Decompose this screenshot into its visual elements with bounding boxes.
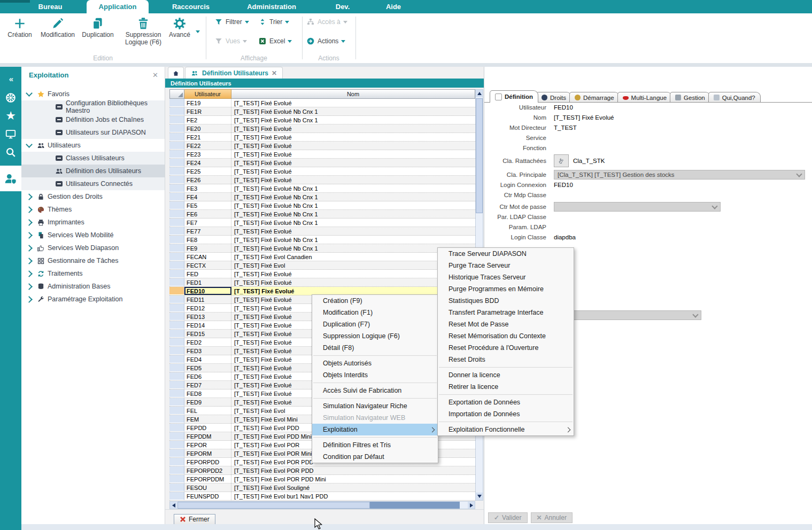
detail-tab-démarrage[interactable]: Démarrage [569,92,620,103]
row-selector-cell[interactable] [169,372,184,380]
toolbar-button-modification[interactable]: Modification [37,17,78,39]
tree-item-services-web-mobilité[interactable]: Services Web Mobilité [21,229,165,241]
class-picker-button[interactable] [554,154,569,167]
row-selector-cell[interactable] [169,116,184,124]
row-selector-cell[interactable] [169,150,184,158]
field-dropdown[interactable] [554,202,721,212]
menu-item-historique-traces-serveur[interactable]: Historique Traces Serveur [438,271,574,283]
table-row[interactable]: FE2[T_TEST] Fixé Evolué Nb Cnx 1 [169,116,475,124]
menu-item-reset-mémorisation-du-contexte[interactable]: Reset Mémorisation du Contexte [438,330,574,342]
menu-item-simulation-navigateur-riche[interactable]: Simulation Navigateur Riche [312,400,438,412]
vertical-scroll-thumb[interactable] [476,98,483,213]
row-selector-cell[interactable] [169,492,184,500]
row-selector-cell[interactable] [169,449,184,457]
menu-item-donner-la-licence[interactable]: Donner la licence [438,369,574,381]
tree-item-utilisateurs-connectés[interactable]: Utilisateurs Connectés [21,177,165,190]
dropdown-caret-icon[interactable] [245,21,249,24]
field-value[interactable]: T_TEST [554,124,577,131]
table-row[interactable]: FE7[T_TEST] Fixé Evolué Nb Cnx 1 [169,219,475,227]
tab-close-icon[interactable]: ✕ [272,69,277,77]
row-selector-cell[interactable] [169,355,184,363]
menu-item-purge-trace-serveur[interactable]: Purge Trace Serveur [438,260,574,271]
row-selector-cell[interactable] [169,407,184,415]
field-value[interactable]: [T_TEST] Fixé Evolué [554,114,614,121]
chevron-right-icon[interactable] [26,206,33,213]
menu-item-détail--f8-[interactable]: Détail (F8) [312,342,438,354]
field-value[interactable]: FED10 [554,182,573,188]
detail-tab-multi-langue[interactable]: Multi-Langue [617,92,672,103]
row-selector-cell[interactable] [169,330,184,338]
menu-item-dev[interactable]: Dev. [329,0,356,13]
menu-item-application[interactable]: Application [87,0,149,13]
row-selector-cell[interactable] [169,236,184,244]
menu-item-statistiques-bdd[interactable]: Statistiques BDD [438,295,574,307]
detail-tab-qui-quand-[interactable]: Qui,Quand? [708,92,761,103]
close-button[interactable]: Fermer [174,514,215,525]
table-row[interactable]: FE25[T_TEST] Fixé Evolué [169,167,475,176]
menu-item-transfert-parametrage-interface[interactable]: Transfert Parametrage Interface [438,307,574,318]
scroll-up-button[interactable] [476,90,483,97]
table-row[interactable]: FE3[T_TEST] Fixé Evolué Nb Cnx 1 [169,184,475,193]
row-selector-cell[interactable] [169,124,184,132]
toolbar-button-filtrer[interactable]: Filtrer [214,18,249,26]
row-selector-cell[interactable] [169,398,184,406]
row-selector-cell[interactable] [169,210,184,218]
toolbar-button-vues[interactable]: Vues [214,37,247,45]
tree-item-utilisateurs-sur-diapason[interactable]: Utilisateurs sur DIAPASON [21,126,165,139]
select-all-corner[interactable] [169,89,184,99]
table-row[interactable]: FE8[T_TEST] Fixé Evolué Nb Cnx 1 [169,236,475,244]
field-dropdown[interactable] [554,310,701,320]
cancel-button[interactable]: ✕ Annuler [531,512,573,523]
table-row[interactable]: FE24[T_TEST] Fixé Evolué [169,159,475,167]
row-selector-cell[interactable] [169,278,184,286]
chevron-down-icon[interactable] [26,141,33,148]
rail-modules-icon[interactable] [0,90,21,105]
row-selector-cell[interactable] [169,159,184,167]
row-selector-cell[interactable] [169,347,184,355]
field-value[interactable]: FED10 [554,104,573,111]
tree-item-paramétrage-exploitation[interactable]: Paramétrage Exploitation [21,293,165,306]
row-selector-cell[interactable] [169,338,184,346]
row-selector-cell[interactable] [169,270,184,278]
tree-item-favoris[interactable]: Favoris [21,88,165,100]
rail-user-shield-icon[interactable] [0,166,21,191]
row-selector-cell[interactable] [169,466,184,474]
row-selector-cell[interactable] [169,295,184,303]
row-selector-cell[interactable] [169,227,184,235]
dropdown-caret-icon[interactable] [343,21,347,24]
row-selector-cell[interactable] [169,321,184,329]
menu-item-simulation-navigateur-web[interactable]: Simulation Navigateur WEB [312,412,438,424]
table-row[interactable]: FE19[T_TEST] Fixé Evolué [169,99,475,107]
menu-item-reset-droits[interactable]: Reset Droits [438,354,574,365]
menu-item-modification--f1-[interactable]: Modification (F1) [312,307,438,318]
chevron-right-icon[interactable] [26,193,33,200]
field-value[interactable]: diapdba [554,234,576,240]
table-row[interactable]: FE20[T_TEST] Fixé Evolué [169,124,475,133]
menu-item-aide[interactable]: Aide [381,0,406,13]
toolbar-button-duplication[interactable]: Duplication [80,17,115,39]
row-selector-cell[interactable] [169,142,184,150]
table-row[interactable]: FECAN[T_TEST] Fixé Evol Canadien [169,253,475,261]
horizontal-scroll-thumb[interactable] [177,502,370,509]
toolbar-button-suppression-logique--f6-[interactable]: Suppression Logique (F6) [122,17,165,46]
menu-item-reset-procédure-à-l-ouverture[interactable]: Reset Procédure à l'Ouverture [438,342,574,354]
row-selector-cell[interactable] [169,201,184,209]
menu-item-administration[interactable]: Administration [241,0,303,13]
dropdown-caret-icon[interactable] [243,40,247,43]
tab-definition-utilisateurs[interactable]: Définition Utilisateurs ✕ [185,67,283,79]
row-selector-cell[interactable] [169,475,184,483]
table-row[interactable]: FED[T_TEST] Fixé Evolué [169,270,475,278]
chevron-right-icon[interactable] [26,245,33,252]
chevron-right-icon[interactable] [26,296,33,303]
table-row[interactable]: FE4[T_TEST] Fixé Evolué Nb Cnx 1 [169,193,475,201]
menu-item-raccourcis[interactable]: Raccourcis [168,0,214,13]
tree-item-configuration-bibliothèques-maestro[interactable]: Configuration Bibliothèques Maestro [21,100,165,113]
row-selector-cell[interactable] [169,219,184,227]
menu-item-objets-autorisés[interactable]: Objets Autorisés [312,357,438,369]
toolbar-button-trier[interactable]: Trier [258,18,289,26]
table-row[interactable]: FESOU[T_TEST] Fixé Evol Souligné [169,484,475,492]
chevron-right-icon[interactable] [26,219,33,226]
column-header-utilisateur[interactable]: Utilisateur [184,89,231,99]
horizontal-scrollbar[interactable] [169,501,475,509]
row-selector-cell[interactable] [169,99,184,107]
